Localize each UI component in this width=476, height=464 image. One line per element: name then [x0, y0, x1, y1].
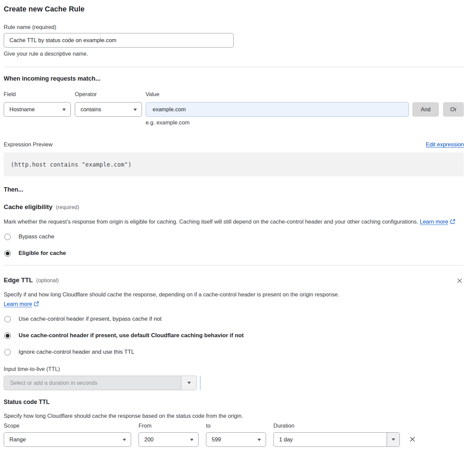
operator-label: Operator [75, 91, 146, 97]
from-select[interactable]: 200 [139, 432, 199, 447]
radio-unchecked-icon[interactable] [4, 234, 11, 240]
close-icon [456, 277, 463, 284]
section-divider [4, 265, 464, 265]
learn-more-link[interactable]: Learn more [420, 219, 455, 225]
ttl-duration-select[interactable]: Select or add a duration in seconds [4, 376, 197, 390]
expression-code: (http.host contains "example.com") [11, 161, 131, 168]
chevron-down-icon [392, 438, 395, 441]
radio-option-label: Use cache-control header if present, use… [19, 332, 244, 339]
match-labels-row: Field Operator Value [4, 91, 464, 97]
chevron-down-icon [258, 439, 261, 441]
ttl-combo-row: Select or add a duration in seconds [4, 376, 464, 390]
chevron-down-icon [190, 439, 194, 441]
cache-eligibility-description: Mark whether the request’s response from… [4, 217, 457, 226]
edit-expression-link[interactable]: Edit expression [426, 141, 464, 148]
chevron-down-icon [123, 439, 126, 441]
to-label: to [206, 423, 266, 429]
chevron-down-icon [133, 109, 137, 111]
rule-name-input[interactable] [4, 33, 234, 48]
radio-option-label: Bypass cache [19, 233, 54, 240]
rule-name-helper: Give your rule a descriptive name. [4, 51, 464, 57]
learn-more-text: Learn more [420, 219, 448, 225]
description-text: Mark whether the request’s response from… [4, 219, 418, 225]
edge-ttl-close-button[interactable] [455, 277, 464, 285]
match-heading: When incoming requests match... [4, 75, 464, 82]
chevron-down-icon [187, 382, 191, 384]
ttl-dropdown-toggle[interactable] [181, 376, 197, 390]
duration-label: Duration [273, 423, 400, 429]
chevron-down-icon [62, 109, 66, 111]
operator-select[interactable]: contains [75, 102, 142, 117]
field-select-value: Hostname [9, 106, 35, 113]
cache-eligibility-qualifier: (required) [56, 204, 79, 210]
to-group: to 599 [206, 423, 266, 447]
expression-code-box: (http.host contains "example.com") [4, 152, 464, 176]
duration-select-value: 1 day [274, 433, 387, 446]
radio-option-use-header-bypass[interactable]: Use cache-control header if present, byp… [4, 316, 464, 322]
radio-unchecked-icon[interactable] [4, 316, 11, 322]
description-text: Specify if and how long Cloudflare shoul… [4, 291, 339, 297]
edge-ttl-description: Specify if and how long Cloudflare shoul… [4, 290, 376, 309]
operator-select-value: contains [81, 106, 101, 113]
then-heading: Then... [4, 186, 464, 193]
scope-label: Scope [4, 423, 131, 429]
ttl-input-label: Input time-to-live (TTL) [4, 366, 464, 372]
status-code-ttl-row: Scope Range From 200 to 599 Duration 1 d… [4, 423, 464, 447]
create-cache-rule-form: Create new Cache Rule Rule name (require… [0, 5, 476, 447]
radio-option-label: Ignore cache-control header and use this… [19, 349, 135, 355]
value-label: Value [146, 91, 159, 97]
duration-select[interactable]: 1 day [273, 432, 400, 447]
radio-option-bypass-cache[interactable]: Bypass cache [4, 233, 464, 240]
cache-eligibility-title: Cache eligibility [4, 203, 53, 211]
radio-unchecked-icon[interactable] [4, 349, 11, 355]
field-select[interactable]: Hostname [4, 102, 71, 117]
value-helper: e.g. example.com [146, 119, 464, 126]
status-code-ttl-title: Status code TTL [4, 399, 464, 406]
or-button[interactable]: Or [443, 102, 464, 117]
cache-eligibility-header: Cache eligibility (required) [4, 203, 464, 211]
scope-select-value: Range [9, 436, 26, 443]
radio-option-use-header-default[interactable]: Use cache-control header if present, use… [4, 332, 464, 339]
match-controls-row: Hostname contains And Or [4, 102, 464, 117]
and-button[interactable]: And [412, 102, 439, 117]
scope-select[interactable]: Range [4, 432, 131, 447]
field-label: Field [4, 91, 75, 97]
status-code-ttl-description: Specify how long Cloudflare should cache… [4, 413, 464, 419]
edge-ttl-header: Edge TTL (optional) [4, 277, 464, 285]
external-link-icon [34, 301, 39, 307]
from-group: From 200 [139, 423, 199, 447]
page-title: Create new Cache Rule [4, 5, 464, 13]
expression-preview-row: Expression Preview Edit expression [4, 141, 464, 148]
duration-dropdown-toggle[interactable] [387, 433, 399, 446]
edge-ttl-qualifier: (optional) [36, 278, 59, 284]
from-select-value: 200 [144, 436, 154, 443]
radio-checked-icon[interactable] [4, 332, 11, 339]
value-input[interactable] [146, 102, 409, 117]
radio-option-label: Use cache-control header if present, byp… [19, 316, 161, 322]
remove-status-ttl-button[interactable] [408, 435, 417, 444]
radio-option-label: Eligible for cache [19, 250, 66, 257]
rule-name-label: Rule name (required) [4, 24, 464, 30]
edge-ttl-title-group: Edge TTL (optional) [4, 277, 59, 284]
ttl-duration-placeholder: Select or add a duration in seconds [4, 376, 181, 390]
radio-option-ignore-header[interactable]: Ignore cache-control header and use this… [4, 349, 464, 355]
external-link-icon [450, 219, 455, 224]
to-select-value: 599 [212, 436, 221, 443]
section-divider [4, 67, 464, 67]
text-cursor [200, 376, 201, 390]
from-label: From [139, 423, 199, 429]
scope-group: Scope Range [4, 423, 131, 447]
learn-more-link[interactable]: Learn more [4, 301, 39, 307]
expression-preview-label: Expression Preview [4, 141, 53, 148]
learn-more-text: Learn more [4, 301, 32, 307]
to-select[interactable]: 599 [206, 432, 266, 447]
close-icon [409, 435, 416, 443]
radio-option-eligible-for-cache[interactable]: Eligible for cache [4, 250, 464, 257]
duration-group: Duration 1 day [273, 423, 400, 447]
radio-checked-icon[interactable] [4, 250, 11, 257]
edge-ttl-title: Edge TTL [4, 277, 33, 284]
